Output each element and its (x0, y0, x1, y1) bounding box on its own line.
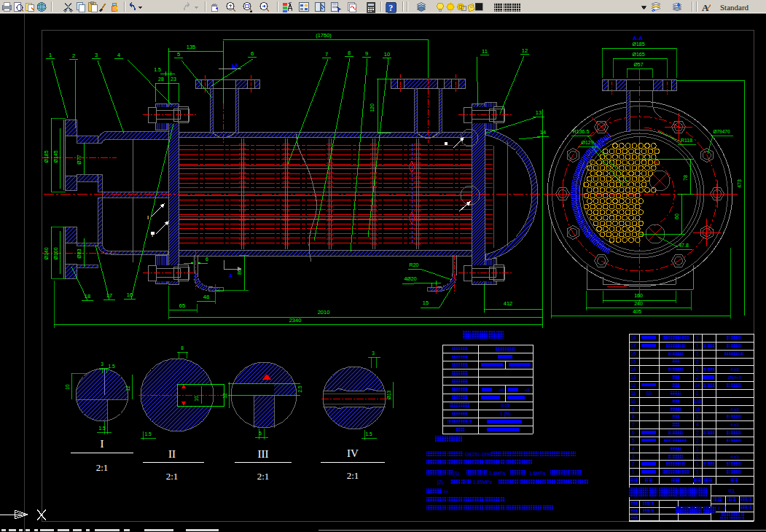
svg-text:473: 473 (737, 179, 742, 188)
svg-text:01: 01 (729, 488, 735, 494)
svg-text:1: 1 (696, 446, 699, 451)
svg-text:47.8: 47.8 (679, 243, 689, 248)
svg-text:Ø145: Ø145 (53, 150, 58, 163)
svg-text:Ø24×2: Ø24×2 (728, 375, 742, 380)
svg-text:17: 17 (630, 343, 636, 348)
svg-text:Ø83: Ø83 (77, 249, 82, 258)
svg-text:I: I (147, 214, 149, 221)
svg-text:23: 23 (171, 77, 176, 82)
svg-text:10: 10 (384, 51, 390, 58)
svg-text:6: 6 (251, 50, 254, 57)
svg-text:1: 1 (696, 367, 699, 372)
svg-text:138: 138 (694, 399, 702, 404)
svg-text:2010: 2010 (318, 309, 330, 316)
svg-text:A-A: A-A (633, 35, 643, 42)
svg-text:4 ±3: 4 ±3 (730, 455, 739, 459)
svg-text:Ø13: Ø13 (386, 390, 391, 399)
svg-text:1: 1 (696, 335, 699, 340)
svg-text:65: 65 (179, 302, 185, 309)
svg-text:1.5: 1.5 (144, 431, 151, 437)
svg-text:1: 1 (696, 343, 699, 348)
svg-text:2: 2 (696, 430, 699, 435)
svg-text:405: 405 (633, 309, 641, 314)
svg-text:5: 5 (259, 431, 262, 436)
svg-text:2: 2 (72, 52, 75, 59)
svg-text:1: 1 (696, 454, 699, 459)
svg-text:15: 15 (630, 359, 636, 364)
svg-text:12: 12 (125, 386, 130, 391)
svg-text:14: 14 (540, 129, 546, 136)
svg-text:13: 13 (536, 109, 542, 116)
svg-text:1: 1 (632, 469, 635, 474)
svg-text:11: 11 (482, 48, 488, 55)
svg-text:4 ±3: 4 ±3 (730, 407, 739, 412)
svg-text:16: 16 (630, 351, 636, 356)
svg-text:(1).: (1). (453, 471, 461, 477)
svg-text:4 ±3: 4 ±3 (730, 423, 739, 427)
svg-text:3: 3 (372, 351, 375, 356)
svg-text:2:1: 2:1 (347, 470, 359, 481)
svg-text:1 : 2: 1 : 2 (718, 506, 727, 510)
svg-text:>>: >> (443, 489, 449, 494)
svg-text:(2).: (2). (437, 480, 445, 485)
svg-text:12: 12 (630, 383, 636, 388)
svg-text:5: 5 (632, 438, 635, 443)
svg-text:R136.5: R136.5 (573, 129, 590, 134)
svg-text:-40: -40 (499, 388, 505, 392)
svg-text:+5: +5 (525, 388, 531, 392)
svg-text:4: 4 (632, 446, 635, 451)
svg-text:GB151-1999: GB151-1999 (465, 452, 492, 457)
svg-text:13: 13 (630, 375, 636, 380)
svg-text:?: ? (388, 3, 393, 13)
svg-text:2:1: 2:1 (166, 471, 179, 482)
svg-text:10: 10 (630, 399, 636, 404)
svg-text:2.5: 2.5 (297, 386, 302, 392)
svg-text:R118: R118 (681, 138, 692, 143)
svg-text:12: 12 (522, 47, 528, 54)
svg-text:4: 4 (696, 422, 699, 427)
svg-text:4Ø20: 4Ø20 (404, 276, 416, 281)
svg-text:1: 1 (696, 461, 699, 466)
svg-text:II: II (168, 448, 176, 460)
svg-text:A: A (702, 2, 709, 13)
svg-text:1: 1 (696, 351, 699, 356)
svg-text:10: 10 (194, 396, 199, 402)
svg-text:1.5: 1.5 (365, 431, 372, 437)
svg-text:60: 60 (674, 214, 679, 219)
svg-text:Ø165: Ø165 (632, 52, 644, 57)
svg-text:2:1: 2:1 (96, 462, 109, 473)
svg-text:(1750): (1750) (316, 32, 332, 39)
svg-text:A: A (229, 273, 232, 278)
svg-text:Ø79470: Ø79470 (713, 129, 730, 134)
svg-text:28: 28 (158, 77, 164, 82)
svg-text:24: 24 (695, 383, 700, 388)
svg-text:2.4MPa: 2.4MPa (489, 471, 506, 476)
svg-text:1 (N): 1 (N) (500, 411, 510, 417)
svg-text:1.6MPa: 1.6MPa (529, 471, 546, 476)
svg-text:1: 1 (49, 52, 52, 58)
svg-text:Ø185: Ø185 (632, 42, 644, 47)
svg-text:Ø77: Ø77 (77, 154, 82, 164)
svg-text:1.5: 1.5 (108, 364, 114, 369)
svg-text:III: III (258, 448, 269, 460)
svg-text:3: 3 (95, 52, 98, 58)
svg-text:1.85MPa: 1.85MPa (473, 480, 492, 485)
svg-text:160: 160 (634, 293, 643, 298)
svg-text:78: 78 (683, 175, 688, 181)
svg-text:5: 5 (177, 51, 180, 58)
svg-text:18: 18 (630, 335, 636, 340)
svg-text:412: 412 (504, 300, 513, 307)
svg-text:9: 9 (365, 50, 368, 57)
svg-text:R20: R20 (410, 262, 419, 267)
svg-text:15: 15 (695, 407, 700, 412)
svg-text:Ø140: Ø140 (44, 247, 49, 259)
svg-text:240: 240 (634, 301, 643, 306)
svg-text:1: 1 (696, 391, 699, 396)
svg-text:135: 135 (187, 44, 196, 50)
svg-text:2: 2 (696, 375, 699, 380)
svg-text:02: 02 (646, 391, 652, 396)
svg-text:Ø57: Ø57 (633, 62, 643, 67)
svg-text:1: 1 (696, 414, 699, 419)
svg-text:17: 17 (106, 292, 112, 299)
svg-text:2: 2 (696, 359, 699, 364)
